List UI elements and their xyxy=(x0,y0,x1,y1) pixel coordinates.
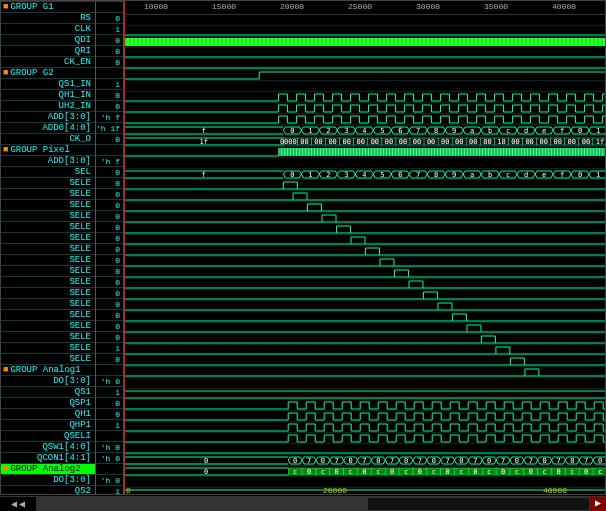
signal-name[interactable]: SELE xyxy=(1,178,95,189)
signal-name[interactable]: SELE xyxy=(1,310,95,321)
signal-name[interactable]: SELE xyxy=(1,266,95,277)
group-header[interactable]: ■GROUP Analog2 xyxy=(1,464,95,475)
signal-name[interactable]: QSW1[4:0] xyxy=(1,442,95,453)
signal-name[interactable]: CLK xyxy=(1,24,95,35)
waveform-row[interactable]: 1f00000000000000000000000000000000010000… xyxy=(124,136,605,147)
signal-name[interactable]: ADD[3:0] xyxy=(1,156,95,167)
signal-name[interactable]: SELE xyxy=(1,277,95,288)
waveform-row[interactable] xyxy=(124,246,605,257)
waveform-row[interactable] xyxy=(124,180,605,191)
waveform-row[interactable] xyxy=(124,400,605,411)
signal-name[interactable]: CK_O xyxy=(1,134,95,145)
signal-name[interactable]: SELE xyxy=(1,354,95,365)
signal-name[interactable]: SELE xyxy=(1,299,95,310)
signal-name[interactable]: QSELI xyxy=(1,431,95,442)
waveform-row[interactable] xyxy=(124,213,605,224)
waveform-row[interactable] xyxy=(124,422,605,433)
signal-name[interactable]: SELE xyxy=(1,288,95,299)
signal-name[interactable]: QS1_IN xyxy=(1,79,95,90)
waveform-row[interactable] xyxy=(124,37,605,48)
signal-name[interactable]: QH1_IN xyxy=(1,90,95,101)
horizontal-scrollbar[interactable]: ◀ ◀ ▶ xyxy=(0,496,606,511)
waveform-row[interactable] xyxy=(124,70,605,81)
waveform-row[interactable] xyxy=(124,323,605,334)
waveform-row[interactable] xyxy=(124,103,605,114)
waveform-row[interactable] xyxy=(124,301,605,312)
signal-name[interactable]: SELE xyxy=(1,189,95,200)
waveform-row[interactable] xyxy=(124,191,605,202)
waveform-row[interactable] xyxy=(124,26,605,37)
signal-value: 0 xyxy=(96,398,123,409)
waveform-row[interactable] xyxy=(124,411,605,422)
time-ruler[interactable]: 10000150002000025000300003500040000 xyxy=(124,1,605,15)
signal-name[interactable]: RS xyxy=(1,13,95,24)
group-header[interactable]: ■GROUP Pixel xyxy=(1,145,95,156)
waveform-row[interactable] xyxy=(124,257,605,268)
waveform-row[interactable] xyxy=(124,114,605,125)
waveform-row[interactable] xyxy=(124,147,605,158)
signal-name[interactable]: SELE xyxy=(1,255,95,266)
signal-name[interactable]: DO[3:0] xyxy=(1,376,95,387)
group-header[interactable]: ■GROUP G2 xyxy=(1,68,95,79)
svg-text:2: 2 xyxy=(326,171,330,179)
signal-name[interactable]: QS1 xyxy=(1,387,95,398)
group-header[interactable]: ■GROUP Analog1 xyxy=(1,365,95,376)
signal-name[interactable]: QDI xyxy=(1,35,95,46)
waveform-row[interactable]: f0123456789abcdef01 xyxy=(124,169,605,180)
signal-name[interactable]: SELE xyxy=(1,332,95,343)
signal-name[interactable]: ADD0[4:0] xyxy=(1,123,95,134)
signal-name[interactable]: ADD[3:0] xyxy=(1,112,95,123)
signal-name[interactable]: QCON1[4:1] xyxy=(1,453,95,464)
signal-name[interactable]: SELE xyxy=(1,244,95,255)
signal-name[interactable]: SELE xyxy=(1,200,95,211)
scroll-left-fast-icon[interactable]: ◀ xyxy=(11,498,17,510)
waveform-row[interactable] xyxy=(124,290,605,301)
waveform-row[interactable] xyxy=(124,312,605,323)
waveform-row[interactable] xyxy=(124,59,605,70)
signal-name[interactable]: SELE xyxy=(1,222,95,233)
signal-value: 'h 1f xyxy=(96,123,123,134)
signal-name[interactable]: SELE xyxy=(1,233,95,244)
group-header[interactable]: ■GROUP G1 xyxy=(1,2,95,13)
waveform-row[interactable] xyxy=(124,279,605,290)
scroll-left-arrows[interactable]: ◀ ◀ xyxy=(0,497,36,511)
waveform-row[interactable] xyxy=(124,268,605,279)
waveform-panel[interactable]: 10000150002000025000300003500040000 f012… xyxy=(124,1,605,494)
waveform-row[interactable]: 0c0c0c0c0c0c0c0c0c0c0c0c xyxy=(124,466,605,477)
signal-name[interactable]: QRI xyxy=(1,46,95,57)
waveform-row[interactable] xyxy=(124,356,605,367)
signal-name[interactable]: QH1 xyxy=(1,409,95,420)
signal-name[interactable]: SELE xyxy=(1,321,95,332)
waveform-row[interactable] xyxy=(124,224,605,235)
signal-name[interactable]: CK_EN xyxy=(1,57,95,68)
waveform-row[interactable] xyxy=(124,235,605,246)
scroll-left-icon[interactable]: ◀ xyxy=(19,498,25,510)
signal-name[interactable]: SELE xyxy=(1,343,95,354)
time-cursor[interactable] xyxy=(124,1,125,494)
waveform-row[interactable] xyxy=(124,444,605,455)
waveform-row[interactable] xyxy=(124,92,605,103)
signal-name[interactable]: QHP1 xyxy=(1,420,95,431)
signal-name[interactable]: QSP1 xyxy=(1,398,95,409)
scroll-right-icon[interactable]: ▶ xyxy=(590,497,606,511)
signal-name[interactable]: QS2 xyxy=(1,486,95,494)
signal-value: 0 xyxy=(96,13,123,24)
waveform-row[interactable]: f0123456789abcdef01 xyxy=(124,125,605,136)
ruler-tick: 30000 xyxy=(416,2,440,11)
waveform-row[interactable] xyxy=(124,433,605,444)
waveform-row[interactable] xyxy=(124,334,605,345)
svg-text:0: 0 xyxy=(598,457,602,465)
waveform-row[interactable] xyxy=(124,48,605,59)
waveform-row[interactable]: 007070707070707070707070 xyxy=(124,455,605,466)
waveform-row[interactable] xyxy=(124,367,605,378)
scroll-thumb[interactable] xyxy=(37,498,368,510)
waveform-row[interactable] xyxy=(124,345,605,356)
signal-name[interactable]: DO[3:0] xyxy=(1,475,95,486)
signal-name[interactable]: SEL xyxy=(1,167,95,178)
signal-name[interactable]: SELE xyxy=(1,211,95,222)
svg-text:0: 0 xyxy=(390,468,394,476)
scroll-track[interactable] xyxy=(36,497,590,511)
signal-name[interactable]: UH2_IN xyxy=(1,101,95,112)
waveform-row[interactable] xyxy=(124,389,605,400)
waveform-row[interactable] xyxy=(124,202,605,213)
